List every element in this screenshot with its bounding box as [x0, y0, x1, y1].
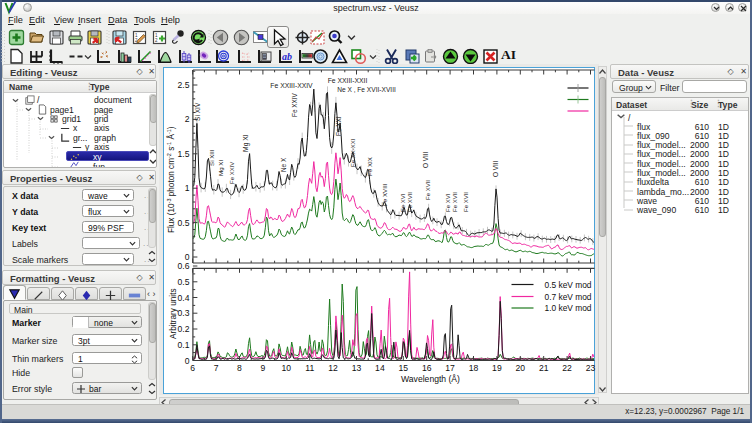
svg-text:0.3: 0.3: [177, 308, 189, 318]
svg-text:O VIII: O VIII: [421, 151, 428, 168]
svg-text:19: 19: [492, 363, 502, 373]
svg-text:Fe XXI: Fe XXI: [334, 116, 341, 136]
svg-text:Arbitrary units: Arbitrary units: [168, 288, 177, 339]
svg-text:Si XIII: Si XIII: [207, 149, 214, 166]
svg-text:20: 20: [515, 363, 525, 373]
svg-text:0.1: 0.1: [177, 340, 189, 350]
svg-text:Ne X: Ne X: [279, 157, 286, 172]
svg-text:2.5: 2.5: [177, 80, 189, 90]
svg-text:Mg XI: Mg XI: [241, 134, 249, 152]
svg-text:7: 7: [213, 363, 218, 373]
svg-text:15: 15: [398, 363, 408, 373]
svg-text:Fe XXIII-XXIV: Fe XXIII-XXIV: [270, 82, 313, 89]
svg-text:12: 12: [328, 363, 338, 373]
svg-text:Mg XI: Mg XI: [216, 160, 223, 176]
svg-text:10: 10: [281, 363, 291, 373]
svg-text:0.5 keV mod: 0.5 keV mod: [544, 280, 591, 290]
svg-text:11: 11: [305, 363, 314, 373]
svg-text:Ne X , Fe XVII-XVIII: Ne X , Fe XVII-XVIII: [337, 86, 396, 93]
svg-text:Si XIV: Si XIV: [193, 102, 200, 121]
svg-text:Flux (10-3 photon cm-2 s-1 Å-1: Flux (10-3 photon cm-2 s-1 Å-1): [165, 126, 175, 233]
svg-text:Wavelength (Å): Wavelength (Å): [401, 374, 460, 384]
svg-text:14: 14: [375, 363, 385, 373]
svg-text:18: 18: [468, 363, 478, 373]
svg-text:1.5: 1.5: [177, 149, 189, 159]
svg-text:2: 2: [184, 114, 189, 124]
svg-text:0.5: 0.5: [177, 277, 189, 287]
svg-text:Fe XVII: Fe XVII: [462, 192, 468, 212]
svg-text:Fe XVI: Fe XVI: [444, 193, 450, 212]
svg-text:0: 0: [184, 356, 189, 366]
svg-text:1.0 keV mod: 1.0 keV mod: [544, 303, 591, 313]
svg-text:21: 21: [538, 363, 548, 373]
svg-text:Fe XVII: Fe XVII: [424, 180, 430, 200]
svg-text:Fe XXIV: Fe XXIV: [228, 162, 234, 184]
svg-text:Fe XVII: Fe XVII: [406, 192, 412, 212]
svg-text:17: 17: [445, 363, 455, 373]
svg-text:6: 6: [190, 363, 195, 373]
svg-text:Fe XIX: Fe XIX: [365, 157, 372, 176]
svg-text:Fe XVII: Fe XVII: [451, 192, 457, 212]
svg-text:9: 9: [260, 363, 265, 373]
svg-text:Fe XVIII: Fe XVIII: [380, 183, 387, 206]
svg-text:Fe XVI: Fe XVI: [399, 193, 405, 212]
svg-text:Fe XXIII-XXII: Fe XXIII-XXII: [327, 77, 367, 84]
svg-text:0.4: 0.4: [177, 293, 189, 303]
svg-text:Fe XXIV: Fe XXIV: [290, 92, 297, 117]
svg-text:1: 1: [184, 183, 189, 193]
svg-text:8: 8: [237, 363, 242, 373]
svg-text:0.5: 0.5: [177, 218, 189, 228]
svg-text:22: 22: [562, 363, 572, 373]
svg-text:Fe XX-XXI: Fe XX-XXI: [349, 138, 355, 167]
svg-text:0.7 keV mod: 0.7 keV mod: [544, 292, 591, 302]
svg-text:23: 23: [585, 363, 595, 373]
svg-text:0.2: 0.2: [177, 324, 189, 334]
svg-text:13: 13: [351, 363, 361, 373]
svg-text:ab: ab: [282, 51, 292, 62]
svg-text:O VIII: O VIII: [492, 160, 499, 177]
svg-text:16: 16: [421, 363, 431, 373]
svg-text:0.6: 0.6: [177, 261, 189, 271]
